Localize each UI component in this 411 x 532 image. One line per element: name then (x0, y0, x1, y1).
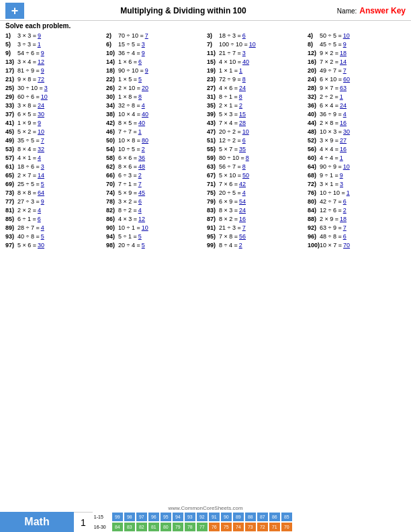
problem-number: 82) (106, 207, 118, 214)
problem-answer: 30 (38, 242, 44, 249)
problem-answer: 50 (242, 172, 249, 179)
problem-number: 73) (5, 189, 17, 196)
problem-item: 45)5 × 2 =10 (4, 127, 105, 136)
problem-expression: 2 × 1 = (219, 102, 238, 109)
score-cell: 98 (124, 512, 136, 522)
problem-answer: 15 (239, 111, 246, 118)
problem-expression: 5 × 3 = (219, 111, 238, 118)
problem-answer: 6 (242, 137, 246, 144)
problem-number: 26) (106, 85, 118, 91)
score-cell: 91 (208, 512, 220, 522)
problem-expression: 6 × 5 = (17, 111, 36, 118)
problem-expression: 8 × 3 = (219, 207, 238, 214)
problem-number: 10) (106, 50, 118, 56)
problem-expression: 90 ÷ 10 = (118, 67, 144, 74)
problem-number: 39) (207, 111, 219, 118)
problem-answer: 3 (142, 41, 145, 48)
problem-item: 97)5 × 6 =30 (4, 240, 105, 249)
problem-item: 82)8 ÷ 2 =4 (105, 206, 205, 214)
problem-number: 86) (106, 216, 118, 222)
problem-number: 98) (106, 242, 118, 249)
problem-number: 84) (308, 207, 320, 214)
problem-expression: 7 × 2 = (320, 58, 338, 65)
problem-expression: 2 × 9 = (320, 216, 338, 222)
problem-answer: 14 (38, 172, 44, 179)
problem-answer: 6 (242, 32, 246, 39)
problem-number: 79) (207, 198, 219, 205)
problem-answer: 6 (138, 198, 142, 205)
problem-item: 77)27 ÷ 3 =9 (4, 197, 105, 206)
problem-expression: 30 ÷ 10 = (17, 85, 43, 91)
problem-answer: 8 (242, 76, 246, 83)
score-cell: 84 (111, 522, 124, 532)
problem-answer: 5 (142, 242, 145, 249)
problem-number: 61) (5, 163, 17, 170)
problem-expression: 36 ÷ 9 = (320, 111, 342, 118)
problem-number: 97) (5, 242, 17, 249)
problem-number: 34) (106, 102, 118, 109)
problem-item: 63)56 ÷ 7 =8 (205, 162, 306, 171)
problem-number: 38) (106, 111, 118, 118)
problem-expression: 12 ÷ 2 = (219, 137, 241, 144)
problem-number: 85) (5, 216, 17, 222)
problem-number: 76) (308, 189, 320, 196)
problem-answer: 5 (138, 233, 142, 240)
footer-math-label: Math (0, 512, 74, 532)
problem-answer: 36 (138, 154, 145, 161)
problem-answer: 7 (242, 224, 246, 231)
footer-url: www.CommonCoreSheets.com (0, 504, 411, 512)
problem-item: 74)5 × 9 =45 (105, 188, 205, 197)
problem-expression: 20 ÷ 2 = (219, 128, 241, 135)
problem-item: 21)9 × 8 =72 (4, 75, 105, 83)
problem-number: 69) (5, 181, 17, 187)
problem-expression: 60 ÷ 6 = (17, 93, 40, 100)
problem-expression: 3 × 8 = (17, 102, 36, 109)
problem-answer: 1 (138, 128, 142, 135)
problem-answer: 7 (343, 224, 347, 231)
footer-bar: Math 1 1-1599989796959493929190898887868… (0, 512, 411, 532)
score-cell: 99 (111, 512, 124, 522)
problem-item: 7)100 ÷ 10 =10 (205, 40, 306, 48)
problem-item: 46)7 ÷ 7 =1 (105, 127, 205, 136)
score-cell: 97 (136, 512, 148, 522)
problem-expression: 20 ÷ 4 = (118, 242, 140, 249)
problem-answer: 9 (38, 120, 41, 126)
problem-expression: 45 ÷ 5 = (320, 41, 342, 48)
problem-expression: 1 × 9 = (17, 120, 36, 126)
problem-expression: 54 ÷ 6 = (17, 50, 40, 56)
problem-answer: 16 (239, 216, 246, 222)
problem-answer: 4 (38, 154, 41, 161)
problem-number: 58) (106, 154, 118, 161)
problem-number: 50) (106, 137, 118, 144)
problem-expression: 3 × 3 = (17, 32, 36, 39)
problem-expression: 5 × 2 = (17, 128, 36, 135)
problem-answer: 9 (41, 67, 44, 74)
problem-expression: 10 × 4 = (118, 111, 140, 118)
problem-item: 99)8 ÷ 4 =2 (205, 240, 306, 249)
problem-item: 85)6 ÷ 1 =6 (4, 214, 105, 223)
score-label: 1-15 (93, 515, 111, 519)
problem-answer: 40 (242, 58, 249, 65)
problem-answer: 9 (145, 67, 148, 74)
problem-answer: 6 (38, 216, 41, 222)
problem-expression: 4 × 4 = (320, 146, 338, 152)
name-label: Name: (337, 7, 357, 15)
problem-number: 100) (308, 242, 320, 249)
problem-item: 54)10 ÷ 5 =2 (105, 144, 205, 153)
problem-number: 23) (207, 76, 219, 83)
problem-number: 43) (207, 120, 219, 126)
problem-answer: 35 (239, 146, 246, 152)
problem-expression: 32 ÷ 8 = (118, 102, 140, 109)
problem-answer: 16 (340, 120, 347, 126)
problem-item: 31)8 ÷ 1 =8 (205, 92, 306, 101)
problem-number: 90) (106, 224, 118, 231)
problem-answer: 1 (38, 41, 41, 48)
problem-number: 15) (207, 58, 219, 65)
problem-number: 53) (5, 146, 17, 152)
problem-item: 16)7 × 2 =14 (306, 57, 407, 66)
problem-expression: 7 ÷ 1 = (118, 181, 137, 187)
problem-number: 78) (106, 198, 118, 205)
problem-number: 28) (308, 85, 320, 91)
problem-item: 60)4 ÷ 4 =1 (306, 153, 407, 162)
problem-expression: 28 ÷ 7 = (17, 224, 40, 231)
